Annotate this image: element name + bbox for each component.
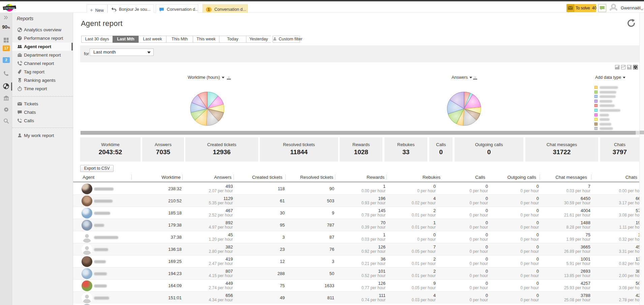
svg-text:CONTRADO: CONTRADO: [4, 7, 15, 9]
